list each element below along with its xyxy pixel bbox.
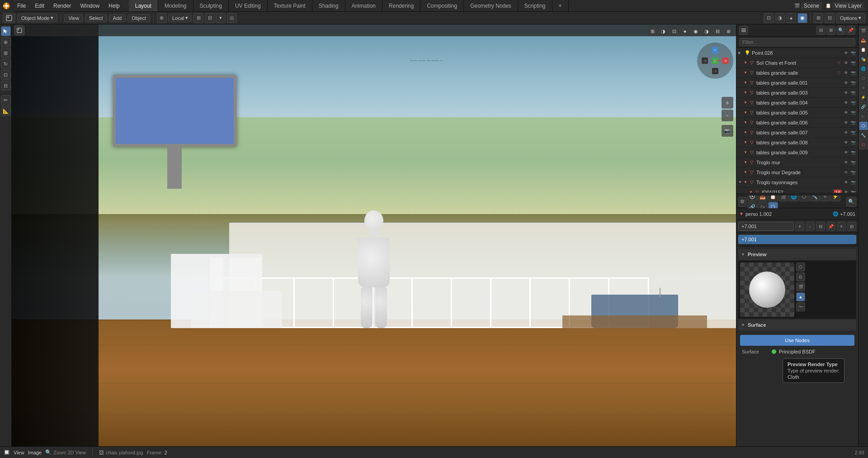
view-menu[interactable]: View: [64, 14, 83, 22]
sol-vis-icon[interactable]: 👁: [843, 60, 849, 66]
viewport-world-icon[interactable]: ⊛: [723, 26, 733, 36]
tab-sculpting[interactable]: Sculpting: [193, 0, 229, 11]
t007-render[interactable]: 📷: [850, 129, 856, 136]
tab-uv-editing[interactable]: UV Editing: [229, 0, 268, 11]
outliner-item-tables004[interactable]: ▼ ▽ tables grande salle.004 👁 📷: [736, 98, 858, 108]
material-filter-btn[interactable]: ⊟: [847, 222, 856, 231]
viewport-overlay-icon[interactable]: ⊞: [647, 26, 657, 36]
blender-logo-icon[interactable]: [0, 0, 13, 12]
sidebar-output-icon[interactable]: 📤: [859, 36, 868, 45]
id010152-render[interactable]: 📷: [850, 189, 856, 193]
menu-window[interactable]: Window: [75, 0, 104, 11]
viewport-wire-icon[interactable]: ⊡: [669, 26, 679, 36]
preview-cloth-icon[interactable]: ▲: [796, 292, 805, 301]
outliner-item-tables006[interactable]: ▼ ▽ tables grande salle.006 👁 📷: [736, 118, 858, 128]
preview-plane-icon[interactable]: ⊡: [796, 272, 805, 281]
surface-section-header[interactable]: ▼ Surface: [738, 320, 856, 330]
add-menu[interactable]: Add: [109, 14, 126, 22]
editor-type-btn[interactable]: [3, 13, 15, 23]
options-btn[interactable]: Options ▾: [836, 13, 865, 23]
sidebar-render-icon[interactable]: 🎬: [859, 26, 868, 35]
tab-geometry-nodes[interactable]: Geometry Nodes: [464, 0, 518, 11]
tab-modeling[interactable]: Modeling: [158, 0, 193, 11]
menu-edit[interactable]: Edit: [30, 0, 49, 11]
troglo-degrade-vis[interactable]: 👁: [843, 169, 849, 176]
viewport-shading-2[interactable]: ◑: [775, 13, 785, 23]
troglo-mur-vis[interactable]: 👁: [843, 159, 849, 166]
t004-vis[interactable]: 👁: [843, 100, 849, 106]
viewport-scene-icon[interactable]: ⊟: [712, 26, 722, 36]
viewport-shading-1[interactable]: ⊡: [764, 13, 774, 23]
sidebar-viewlayer-icon[interactable]: 📋: [859, 45, 868, 54]
move-tool[interactable]: ⊞: [1, 48, 11, 58]
transform-tool[interactable]: ⊟: [1, 81, 11, 91]
t003-vis[interactable]: 👁: [843, 90, 849, 96]
point028-visibility-icon[interactable]: 👁: [843, 50, 849, 56]
t003-render[interactable]: 📷: [850, 90, 856, 96]
tab-layout[interactable]: Layout: [129, 0, 158, 11]
outliner-item-tables005[interactable]: ▼ ▽ tables grande salle.005 👁 📷: [736, 108, 858, 118]
mode-dropdown[interactable]: Object Mode ▾: [17, 14, 57, 22]
select-menu[interactable]: Select: [85, 14, 107, 22]
prop-tab-modifier[interactable]: 🔧: [810, 196, 820, 201]
troglo-ray-vis[interactable]: 👁: [843, 179, 849, 186]
t006-render[interactable]: 📷: [850, 119, 856, 126]
outliner-sort-icon[interactable]: ⊟: [816, 26, 826, 35]
t008-vis[interactable]: 👁: [843, 139, 849, 146]
outliner-item-troglo-mur[interactable]: ▼ ▽ Troglo mur 👁 📷: [736, 157, 858, 167]
troglo-degrade-render[interactable]: 📷: [850, 169, 856, 176]
cursor-tool[interactable]: ⊕: [1, 37, 11, 47]
tab-add[interactable]: +: [552, 0, 569, 11]
sidebar-shader-icon[interactable]: ⊡: [859, 140, 868, 149]
outliner-search-icon[interactable]: 🔍: [836, 26, 845, 35]
menu-render[interactable]: Render: [49, 0, 75, 11]
sidebar-constraints-icon[interactable]: 🔗: [859, 102, 868, 111]
tables-vis-icon[interactable]: 👁: [843, 70, 849, 76]
viewport-editor-type[interactable]: [14, 25, 24, 35]
t009-vis[interactable]: 👁: [843, 149, 849, 156]
outliner-editor-type[interactable]: [739, 26, 748, 35]
outliner-item-sol[interactable]: ▶ ▼ ▽ Sol Chais et Foret ▽ 👁 📷: [736, 58, 858, 68]
point028-render-icon[interactable]: 📷: [850, 50, 856, 56]
sidebar-object-icon[interactable]: ⬡: [859, 74, 868, 83]
snap-dropdown[interactable]: ▾: [216, 13, 226, 23]
outliner-item-troglo-mur-degrade[interactable]: ▼ ▽ Troglo mur Degrade 👁 📷: [736, 167, 858, 177]
material-slot-value[interactable]: +7.001: [738, 222, 794, 231]
measure-tool[interactable]: 📐: [1, 106, 11, 116]
t001-render[interactable]: 📷: [850, 80, 856, 86]
menu-file[interactable]: File: [13, 0, 30, 11]
t006-vis[interactable]: 👁: [843, 119, 849, 126]
snap-btn[interactable]: ⊟: [205, 13, 215, 23]
use-nodes-btn[interactable]: Use Nodes: [740, 335, 854, 346]
status-image-item[interactable]: Image: [28, 450, 42, 455]
id010152-vis[interactable]: 👁: [843, 189, 849, 193]
overlay-btn[interactable]: ⊞: [813, 13, 823, 23]
sidebar-physics-icon[interactable]: ⚡: [859, 93, 868, 102]
t005-render[interactable]: 📷: [850, 110, 856, 116]
troglo-mur-render[interactable]: 📷: [850, 159, 856, 166]
sidebar-data-icon[interactable]: ▷: [859, 112, 868, 121]
sol-render-icon[interactable]: 📷: [850, 60, 856, 66]
outliner-item-tables003[interactable]: ▼ ▽ tables grande salle.003 👁 📷: [736, 88, 858, 98]
prop-tab-particles[interactable]: ⚛: [820, 196, 830, 201]
zoom-in-btn[interactable]: +: [722, 97, 733, 109]
sidebar-scene-icon[interactable]: 🎭: [859, 55, 868, 64]
sidebar-modifier-icon[interactable]: 🔧: [859, 131, 868, 140]
tab-compositing[interactable]: Compositing: [420, 0, 464, 11]
preview-sphere-icon[interactable]: ⬡: [796, 262, 805, 272]
material-pin-btn[interactable]: 📌: [826, 222, 835, 231]
outliner-item-tables001[interactable]: ▼ ▽ tables grande salle.001 👁 📷: [736, 78, 858, 88]
troglo-ray-render[interactable]: 📷: [850, 179, 856, 186]
zoom-out-btn[interactable]: -: [722, 110, 733, 121]
viewport-shading-4[interactable]: ◉: [797, 13, 807, 23]
prop-tab-physics[interactable]: ⚡: [830, 196, 840, 201]
view-layer-selector[interactable]: View Layer: [832, 2, 864, 10]
props-editor-type[interactable]: ⚙: [738, 197, 746, 207]
outliner-search-input[interactable]: [739, 38, 855, 46]
tables-render-icon[interactable]: 📷: [850, 70, 856, 76]
preview-section-header[interactable]: ▼ Preview: [738, 249, 856, 260]
material-x-btn[interactable]: ×: [837, 222, 846, 231]
camera-view-btn[interactable]: 📷: [722, 125, 733, 137]
preview-scene-icon[interactable]: 🎬: [796, 282, 805, 291]
t005-vis[interactable]: 👁: [843, 110, 849, 116]
